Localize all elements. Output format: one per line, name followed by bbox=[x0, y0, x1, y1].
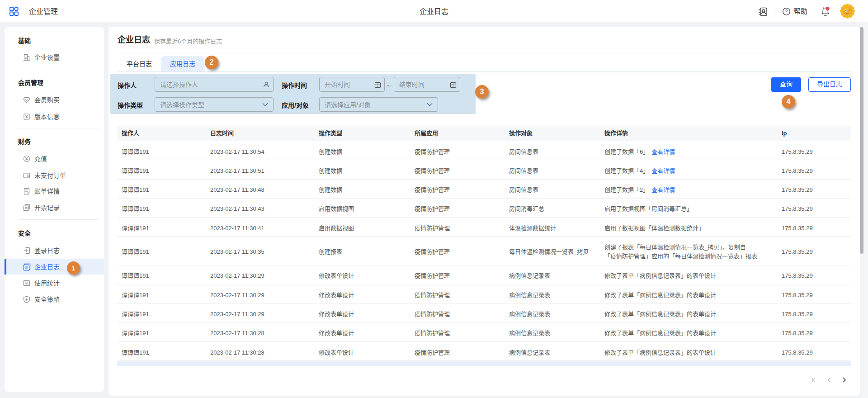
svg-text:7: 7 bbox=[377, 84, 378, 88]
svg-text:7: 7 bbox=[452, 84, 454, 88]
svg-text:?: ? bbox=[785, 9, 788, 14]
